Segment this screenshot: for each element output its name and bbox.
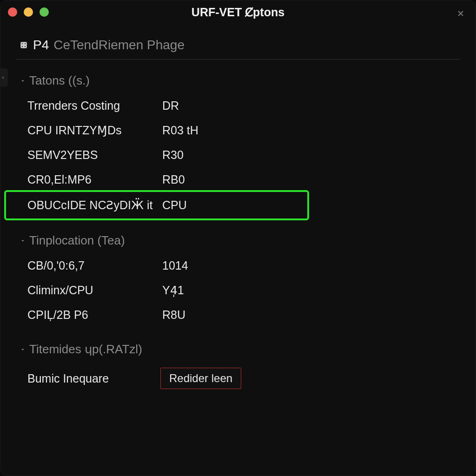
svg-rect-0 — [20, 42, 27, 48]
window-title: URF-VET Ȼptons — [0, 6, 476, 19]
titlebar: URF-VET Ȼptons — [0, 0, 476, 24]
section-titemides: Titemides ɥp(.RATzl) Bumic Inequare Redi… — [16, 339, 460, 395]
table-row[interactable]: SEMV2YEBS R30 — [16, 143, 460, 167]
table-row[interactable]: CB/0,'0:6,7 1014 — [16, 253, 460, 278]
close-icon[interactable] — [454, 7, 467, 20]
row-value: R8U — [162, 308, 185, 322]
row-value: 1014 — [162, 259, 188, 272]
redider-button[interactable]: Redider leen — [160, 368, 241, 389]
window-frame: URF-VET Ȼptons P4 CeTendRiemen Phage — [0, 0, 476, 476]
table-row: Bumic Inequare Redider leen — [16, 362, 460, 395]
close-traffic-light[interactable] — [8, 7, 17, 17]
section-header[interactable]: Tinplocation (Tea) — [16, 231, 460, 253]
row-label: CB/0,'0:6,7 — [27, 259, 162, 272]
traffic-lights — [8, 7, 49, 17]
table-row[interactable]: CPIĻ/2B P6 R8U — [16, 303, 460, 327]
chevron-down-icon — [19, 77, 26, 85]
row-label: CPIĻ/2B P6 — [27, 308, 162, 322]
row-value: RB0 — [162, 173, 185, 186]
svg-point-1 — [22, 43, 23, 44]
minimize-traffic-light[interactable] — [24, 7, 33, 17]
row-label: Climinx/CPU — [27, 284, 162, 297]
svg-point-3 — [22, 46, 23, 47]
table-row[interactable]: CPU IRNTZYⱮDs R03 tH — [16, 118, 460, 143]
section-title: Tinplocation (Tea) — [29, 233, 125, 248]
row-label: CPU IRNTZYⱮDs — [27, 124, 162, 137]
svg-point-4 — [25, 46, 26, 47]
row-label: Trrenders Costing — [27, 99, 162, 112]
table-row[interactable]: CR0,El:MP6 RB0 — [16, 167, 460, 192]
row-label: SEMV2YEBS — [27, 148, 162, 162]
section-tinplocation: Tinplocation (Tea) CB/0,'0:6,7 1014 Clim… — [16, 231, 460, 327]
section-title: Titemides ɥp(.RATzl) — [29, 342, 142, 357]
row-value: CPU — [162, 198, 187, 212]
content-area: P4 CeTendRiemen Phage Tatons ((s.) Trren… — [0, 24, 476, 416]
chevron-down-icon — [19, 237, 26, 245]
row-label: Bumic Inequare — [27, 372, 162, 385]
row-value: DR — [162, 99, 179, 112]
page-title: CeTendRiemen Phage — [53, 38, 185, 53]
table-row[interactable]: Climinx/CPU Y4̩1 — [16, 278, 460, 303]
table-row[interactable]: Trrenders Costing DR — [16, 93, 460, 118]
row-value: R30 — [162, 148, 184, 162]
section-title: Tatons ((s.) — [29, 73, 90, 88]
row-value: R03 tH — [162, 124, 198, 137]
grid-icon — [19, 40, 28, 50]
row-label: CR0,El:MP6 — [27, 173, 162, 186]
row-label: OBUCcIDE NCƧyDIӜ it — [27, 198, 162, 212]
side-handle-icon[interactable] — [0, 68, 8, 87]
table-row-selected[interactable]: OBUCcIDE NCƧyDIӜ it CPU — [6, 192, 307, 218]
maximize-traffic-light[interactable] — [40, 7, 49, 17]
page-prefix: P4 — [33, 38, 49, 53]
page-header: P4 CeTendRiemen Phage — [16, 33, 460, 60]
section-header[interactable]: Tatons ((s.) — [16, 71, 460, 93]
row-value: Y4̩1 — [162, 284, 184, 297]
section-tatons: Tatons ((s.) Trrenders Costing DR CPU IR… — [16, 71, 460, 218]
svg-point-2 — [25, 43, 26, 44]
section-header[interactable]: Titemides ɥp(.RATzl) — [16, 339, 460, 362]
chevron-down-icon — [19, 346, 26, 353]
